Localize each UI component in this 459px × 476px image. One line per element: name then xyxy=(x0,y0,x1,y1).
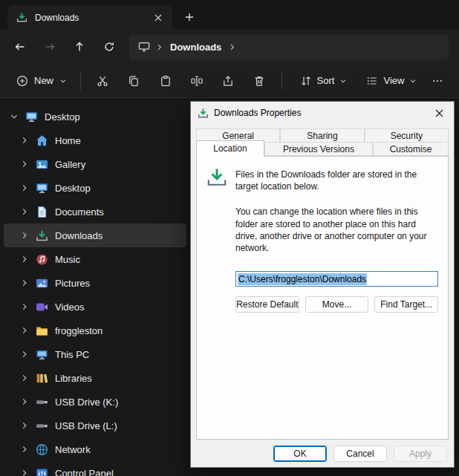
sidebar-item-label: Documents xyxy=(55,206,104,218)
explorer-titlebar: Downloads xyxy=(0,0,459,30)
sort-arrows-icon xyxy=(300,75,312,87)
sidebar-item-gallery[interactable]: Gallery xyxy=(4,152,186,176)
chevron-right-icon[interactable] xyxy=(20,398,29,405)
address-bar[interactable]: Downloads xyxy=(129,35,449,59)
monitor-icon xyxy=(138,41,150,53)
chevron-right-icon[interactable] xyxy=(20,327,29,334)
view-button-label: View xyxy=(383,75,404,86)
chevron-right-icon[interactable] xyxy=(20,184,29,192)
chevron-right-icon[interactable] xyxy=(20,208,29,215)
chevron-down-icon xyxy=(409,77,417,85)
chevron-right-icon[interactable] xyxy=(20,232,29,239)
sidebar-item-label: Network xyxy=(55,444,91,455)
music-icon xyxy=(36,253,48,266)
sort-button[interactable]: Sort xyxy=(293,70,355,92)
computer-icon xyxy=(36,348,48,361)
sidebar-item-label: USB Drive (L:) xyxy=(55,420,117,431)
breadcrumb-location[interactable]: Downloads xyxy=(169,42,223,53)
sidebar-item-label: USB Drive (K:) xyxy=(55,397,118,408)
back-button[interactable] xyxy=(6,34,34,59)
chevron-down-icon xyxy=(339,77,347,85)
sidebar-item-documents[interactable]: Documents xyxy=(4,200,186,224)
tab-close-button[interactable] xyxy=(149,9,168,27)
sidebar-item-usb-drive-k[interactable]: USB Drive (K:) xyxy=(4,390,186,414)
dialog-footer: OK Cancel Apply xyxy=(191,440,454,467)
location-path-input[interactable]: C:\Users\froggleston\Downloads xyxy=(235,271,438,287)
dialog-titlebar: Downloads Properties xyxy=(191,102,454,124)
sidebar-item-label: Downloads xyxy=(55,230,102,241)
up-button[interactable] xyxy=(65,34,94,59)
sidebar-item-downloads[interactable]: Downloads xyxy=(4,224,186,247)
chevron-right-icon[interactable] xyxy=(20,303,29,310)
forward-button[interactable] xyxy=(36,34,64,59)
sidebar-item-network[interactable]: Network xyxy=(4,437,186,461)
copy-icon xyxy=(128,75,140,87)
apply-button[interactable]: Apply xyxy=(394,446,447,462)
move-button[interactable]: Move... xyxy=(305,296,369,313)
new-button-label: New xyxy=(34,75,53,86)
chevron-right-icon[interactable] xyxy=(20,255,29,263)
refresh-button[interactable] xyxy=(95,34,123,59)
pictures-icon xyxy=(36,277,48,290)
downloads-properties-dialog: Downloads Properties General Sharing Sec… xyxy=(190,101,455,468)
chevron-right-icon[interactable] xyxy=(20,374,29,382)
chevron-right-icon[interactable] xyxy=(20,351,29,358)
chevron-right-icon[interactable] xyxy=(20,446,29,453)
tab-previous-versions[interactable]: Previous Versions xyxy=(264,142,373,156)
chevron-right-icon[interactable] xyxy=(20,279,29,287)
find-target-button[interactable]: Find Target... xyxy=(374,296,438,313)
sidebar-item-videos[interactable]: Videos xyxy=(4,295,186,319)
tab-title: Downloads xyxy=(35,13,143,23)
copy-button[interactable] xyxy=(118,68,149,94)
dialog-close-button[interactable] xyxy=(426,103,452,123)
sidebar-item-this-pc[interactable]: This PC xyxy=(4,342,186,366)
sidebar-item-pictures[interactable]: Pictures xyxy=(4,271,186,295)
restore-default-button[interactable]: Restore Default xyxy=(235,296,299,313)
toolbar-separator xyxy=(281,72,282,90)
usb-drive-icon xyxy=(36,396,48,408)
tab-sharing[interactable]: Sharing xyxy=(280,128,364,143)
document-icon xyxy=(36,206,48,218)
ellipsis-icon xyxy=(432,76,443,86)
tab-customise[interactable]: Customise xyxy=(373,142,449,156)
sidebar-item-usb-drive-l[interactable]: USB Drive (L:) xyxy=(4,414,186,437)
tab-location[interactable]: Location xyxy=(196,140,264,157)
delete-button[interactable] xyxy=(244,68,275,94)
sidebar-item-label: Pictures xyxy=(55,278,90,289)
sidebar-item-label: Gallery xyxy=(55,159,85,170)
ok-button[interactable]: OK xyxy=(273,446,327,462)
sidebar-item-label: This PC xyxy=(55,349,89,360)
rename-button[interactable] xyxy=(181,68,212,94)
more-options-button[interactable] xyxy=(424,68,450,94)
cancel-button[interactable]: Cancel xyxy=(333,446,387,462)
downloads-icon xyxy=(206,167,227,192)
libraries-icon xyxy=(36,372,48,385)
explorer-tab[interactable]: Downloads xyxy=(7,5,172,30)
chevron-right-icon[interactable] xyxy=(20,469,29,476)
location-description-text: You can change the location where files … xyxy=(235,206,437,254)
sidebar-item-control-panel[interactable]: Control Panel xyxy=(4,461,186,476)
paste-icon xyxy=(160,75,172,87)
chevron-right-icon[interactable] xyxy=(20,137,29,144)
sidebar-item-libraries[interactable]: Libraries xyxy=(4,366,186,390)
chevron-down-icon[interactable] xyxy=(10,113,19,120)
tab-security[interactable]: Security xyxy=(365,128,449,143)
share-button[interactable] xyxy=(212,68,244,94)
view-button[interactable]: View xyxy=(359,70,424,92)
sidebar-item-label: froggleston xyxy=(55,325,102,336)
cut-button[interactable] xyxy=(87,68,118,94)
toolbar-separator xyxy=(80,72,81,90)
sidebar-item-music[interactable]: Music xyxy=(4,247,186,271)
sidebar-item-home[interactable]: Home xyxy=(4,128,186,152)
new-tab-button[interactable] xyxy=(178,7,201,27)
sidebar-item-froggleston[interactable]: froggleston xyxy=(4,319,186,342)
chevron-right-icon[interactable] xyxy=(20,160,29,168)
network-icon xyxy=(36,443,48,456)
chevron-right-icon[interactable] xyxy=(20,422,29,429)
scissors-cut-icon xyxy=(97,75,108,87)
sidebar-item-desktop-root[interactable]: Desktop xyxy=(4,105,186,128)
sidebar-item-desktop[interactable]: Desktop xyxy=(4,176,186,200)
downloads-icon xyxy=(198,108,209,119)
new-button[interactable]: New xyxy=(9,70,74,92)
paste-button[interactable] xyxy=(150,68,181,94)
